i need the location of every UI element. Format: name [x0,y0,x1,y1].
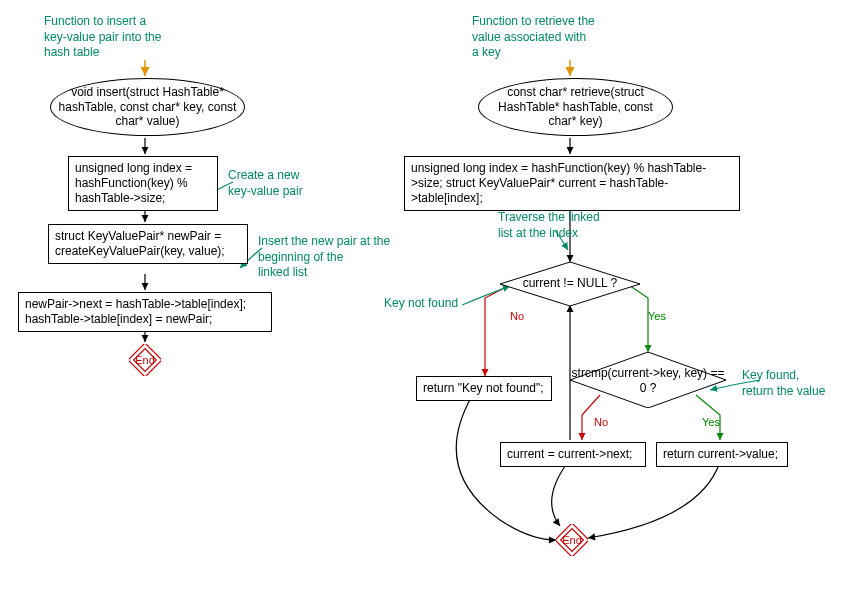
end-retrieve-label: End [556,524,588,556]
edge-strcmp-yes: Yes [702,416,720,428]
start-insert-label: void insert(struct HashTable* hashTable,… [57,85,238,128]
box-advance-current-text: current = current->next; [507,447,632,461]
comment-retrieve-fn: Function to retrieve the value associate… [472,14,632,61]
box-hash-index-text: unsigned long index = hashFunction(key) … [75,161,192,205]
box-return-notfound: return "Key not found"; [416,376,552,401]
box-advance-current: current = current->next; [500,442,646,467]
decision-strcmp-label: strcmp(current->key, key) == 0 ? [570,366,726,396]
decision-current-null-label: current != NULL ? [500,276,640,291]
edge-strcmp-no: No [594,416,608,428]
box-return-value-text: return current->value; [663,447,778,461]
box-retrieve-init: unsigned long index = hashFunction(key) … [404,156,740,211]
comment-key-found: Key found, return the value [742,368,842,399]
box-link-insert-text: newPair->next = hashTable->table[index];… [25,297,246,326]
box-return-notfound-text: return "Key not found"; [423,381,544,395]
start-retrieve: const char* retrieve(struct HashTable* h… [478,78,673,136]
decision-current-null: current != NULL ? [500,262,640,306]
box-create-pair-text: struct KeyValuePair* newPair = createKey… [55,229,225,258]
comment-traverse: Traverse the linked list at the index [498,210,628,241]
comment-insert-fn: Function to insert a key-value pair into… [44,14,184,61]
box-link-insert: newPair->next = hashTable->table[index];… [18,292,272,332]
box-return-value: return current->value; [656,442,788,467]
decision-strcmp: strcmp(current->key, key) == 0 ? [570,352,726,408]
box-create-pair: struct KeyValuePair* newPair = createKey… [48,224,248,264]
end-insert: End [129,344,161,376]
end-retrieve: End [556,524,588,556]
end-insert-label: End [129,344,161,376]
edge-null-no: No [510,310,524,322]
edge-null-yes: Yes [648,310,666,322]
comment-key-not-found: Key not found [384,296,458,312]
box-hash-index: unsigned long index = hashFunction(key) … [68,156,218,211]
box-retrieve-init-text: unsigned long index = hashFunction(key) … [411,161,706,205]
start-insert: void insert(struct HashTable* hashTable,… [50,78,245,136]
comment-create-pair: Create a new key-value pair [228,168,328,199]
start-retrieve-label: const char* retrieve(struct HashTable* h… [485,85,666,128]
comment-insert-head: Insert the new pair at the beginning of … [258,234,418,281]
